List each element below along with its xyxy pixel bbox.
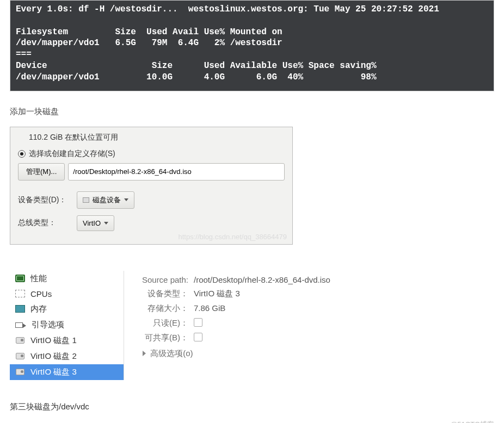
advanced-options-expander[interactable]: 高级选项(o): [140, 345, 489, 359]
vm-detail-pane: Source path: /root/Desktop/rhel-8.2-x86_…: [124, 271, 494, 380]
storage-size-label: 存储大小：: [140, 303, 194, 314]
readonly-label: 只读(E)：: [140, 318, 194, 328]
sidebar-item-disk3[interactable]: VirtIO 磁盘 3: [10, 364, 124, 380]
sidebar-label: VirtIO 磁盘 1: [30, 335, 77, 346]
source-path-label: Source path:: [140, 275, 194, 284]
sidebar-label: 内存: [30, 304, 47, 314]
bus-type-select[interactable]: VirtIO: [77, 215, 114, 231]
source-path-value: /root/Desktop/rhel-8.2-x86_64-dvd.iso: [194, 275, 330, 284]
sidebar-item-disk2[interactable]: VirtIO 磁盘 2: [10, 349, 124, 364]
device-type-label: 设备类型(D)：: [18, 195, 70, 205]
vm-hardware-panel: 性能 CPUs 内存 引导选项 VirtIO 磁盘 1 VirtIO 磁盘 2 …: [10, 271, 494, 380]
shareable-checkbox[interactable]: [194, 333, 202, 341]
bus-type-value: VirtIO: [83, 219, 101, 227]
footer-note: 第三块磁盘为/dev/vdc: [10, 402, 494, 412]
storage-path-input[interactable]: [68, 163, 285, 181]
memory-icon: [15, 305, 25, 313]
storage-size-value: 7.86 GiB: [194, 303, 225, 314]
readonly-checkbox[interactable]: [194, 318, 202, 327]
manage-button[interactable]: 管理(M)...: [18, 163, 65, 181]
disk-icon: [15, 352, 25, 360]
section-caption-add-disk: 添加一块磁盘: [10, 107, 494, 117]
sidebar-item-performance[interactable]: 性能: [10, 271, 124, 287]
sidebar-label: CPUs: [30, 289, 52, 298]
custom-storage-radio-row[interactable]: 选择或创建自定义存储(S): [10, 147, 292, 163]
terminal-output: Every 1.0s: df -H /westosdir... westosli…: [10, 0, 494, 91]
credit-text: @51CTO博客: [0, 418, 504, 423]
cpu-icon: [15, 290, 25, 297]
shareable-label: 可共享(B)：: [140, 333, 194, 343]
sidebar-label: VirtIO 磁盘 3: [30, 367, 77, 377]
bus-type-label: 总线类型：: [18, 218, 70, 228]
vm-sidebar: 性能 CPUs 内存 引导选项 VirtIO 磁盘 1 VirtIO 磁盘 2 …: [10, 271, 124, 380]
sidebar-label: 性能: [30, 273, 47, 284]
chevron-down-icon: [124, 198, 128, 201]
sidebar-item-disk1[interactable]: VirtIO 磁盘 1: [10, 333, 124, 349]
available-space-text: 110.2 GiB 在默认位置可用: [10, 127, 292, 147]
device-type-value: VirtIO 磁盘 3: [194, 289, 240, 299]
sidebar-item-boot[interactable]: 引导选项: [10, 317, 124, 333]
custom-storage-radio-label: 选择或创建自定义存储(S): [29, 149, 115, 159]
advanced-options-label: 高级选项(o): [150, 349, 193, 358]
sidebar-item-cpus[interactable]: CPUs: [10, 287, 124, 301]
boot-icon: [15, 321, 26, 328]
sidebar-label: VirtIO 磁盘 2: [30, 351, 77, 362]
device-type-select[interactable]: 磁盘设备: [77, 191, 134, 209]
triangle-right-icon: [143, 351, 146, 356]
watermark-text: https://blog.csdn.net/qq_38664479: [179, 233, 287, 241]
device-type-value: 磁盘设备: [93, 195, 121, 205]
add-storage-dialog: 110.2 GiB 在默认位置可用 选择或创建自定义存储(S) 管理(M)...…: [10, 127, 293, 245]
disk-icon: [15, 368, 25, 376]
device-type-label: 设备类型：: [140, 289, 194, 299]
disk-icon: [15, 337, 25, 344]
disk-icon: [83, 197, 89, 203]
sidebar-item-memory[interactable]: 内存: [10, 301, 124, 317]
chevron-down-icon: [104, 222, 108, 225]
radio-selected-icon: [18, 150, 26, 158]
performance-icon: [15, 275, 25, 282]
sidebar-label: 引导选项: [32, 320, 64, 330]
